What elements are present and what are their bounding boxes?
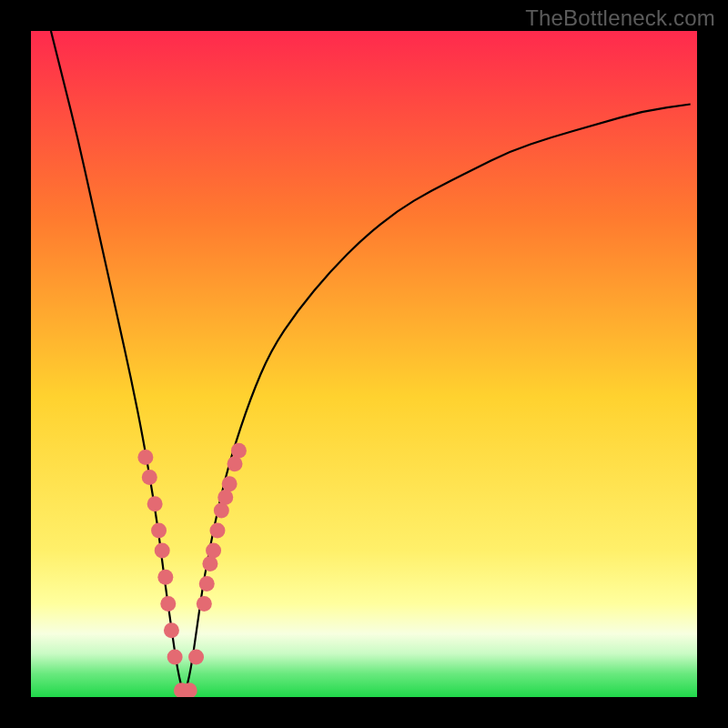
highlight-dot: [199, 576, 215, 592]
highlight-dot: [197, 596, 212, 612]
highlight-dot: [155, 542, 170, 558]
highlight-dot: [214, 503, 229, 519]
chart-container: TheBottleneck.com: [0, 0, 728, 728]
plot-background: [31, 31, 697, 697]
highlight-dot: [217, 490, 233, 505]
highlight-dot: [188, 650, 204, 665]
highlight-dot: [137, 450, 153, 465]
highlight-dot: [206, 542, 221, 558]
highlight-dot: [157, 570, 173, 585]
highlight-dot: [142, 470, 157, 485]
highlight-dot: [209, 523, 225, 539]
highlight-dot: [222, 476, 238, 491]
highlight-dot: [160, 596, 176, 612]
highlight-dot: [167, 650, 183, 665]
highlight-dot: [182, 682, 197, 698]
highlight-dot: [227, 456, 242, 471]
highlight-dot: [147, 496, 163, 511]
chart-svg: [0, 0, 728, 728]
highlight-dot: [231, 443, 247, 459]
highlight-dot: [202, 556, 217, 571]
highlight-dot: [164, 622, 179, 638]
highlight-dot: [151, 523, 167, 539]
watermark-text: TheBottleneck.com: [525, 5, 715, 31]
